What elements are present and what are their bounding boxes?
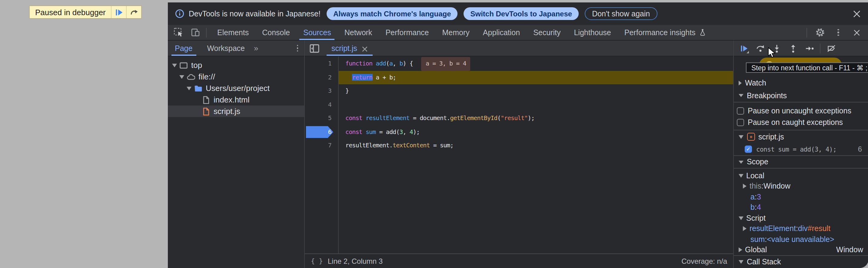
file-js-icon [202, 107, 210, 116]
scope-var-this[interactable]: this: Window [734, 181, 868, 191]
breakpoint-line-number[interactable]: 6 [305, 125, 338, 139]
line-number[interactable]: 7 [305, 139, 338, 152]
tab-network[interactable]: Network [338, 25, 379, 40]
pretty-print-button[interactable]: { } [311, 257, 323, 265]
settings-icon [815, 27, 825, 38]
scope-var-value: <value unavailable> [767, 235, 834, 244]
expand-caret[interactable] [172, 63, 177, 67]
scope-var-resultelement[interactable]: resultElement: div#result [734, 224, 868, 234]
coverage-status: Coverage: n/a [681, 257, 727, 265]
tree-item-index-html[interactable]: index.html [167, 94, 304, 106]
more-tabs-button[interactable]: » [254, 44, 257, 53]
resume-button[interactable] [736, 40, 752, 56]
toggle-navigator-button[interactable] [310, 44, 319, 53]
tree-item-users-user-project[interactable]: Users/user/project [167, 83, 304, 94]
breakpoint-entry[interactable]: ✓const sum = add(3, 4);6 [734, 143, 868, 155]
line-number[interactable]: 3 [305, 84, 338, 98]
chevron-right-icon [743, 227, 746, 231]
editor-tab-script-js[interactable]: script.js [326, 41, 374, 56]
scope-var-sum: sum: <value unavailable> [734, 234, 868, 245]
scope-group-local[interactable]: Local [734, 170, 868, 181]
tab-performance[interactable]: Performance [379, 25, 435, 40]
expand-caret[interactable] [186, 86, 191, 90]
inspect-element-button[interactable] [173, 26, 185, 38]
tree-item-file[interactable]: file:// [167, 71, 304, 83]
tab-lighthouse[interactable]: Lighthouse [567, 25, 617, 40]
tree-item-top[interactable]: top [167, 59, 304, 71]
notification-close-button[interactable] [852, 9, 861, 18]
step-button[interactable] [801, 40, 817, 56]
checkbox[interactable] [737, 119, 744, 126]
section-scope[interactable]: Scope [734, 155, 868, 169]
device-toolbar-icon [190, 27, 200, 38]
editor-pane: script.js 1function add(a, b) {a = 3, b … [305, 41, 733, 268]
tab-memory[interactable]: Memory [436, 25, 476, 40]
deactivate-breakpoints-button[interactable] [823, 40, 839, 56]
breakpoint-group-script-js[interactable]: ‹›script.js [734, 130, 868, 143]
code-token: , [403, 128, 409, 135]
paused-in-debugger-banner: Paused in debugger [29, 5, 142, 19]
scope-group-label: Local [746, 172, 764, 180]
code-line-5: 5const resultElement = document.getEleme… [305, 112, 733, 125]
tab-performance-insights[interactable]: Performance insights [618, 25, 713, 40]
tab-label: Security [533, 28, 560, 37]
step-over-button[interactable] [752, 40, 768, 56]
section-watch[interactable]: Watch [734, 77, 868, 89]
navigator-tab-page[interactable]: Page [167, 41, 200, 56]
scope-group-script[interactable]: Script [734, 213, 868, 224]
tree-item-label: Users/user/project [206, 84, 270, 93]
tree-item-label: file:// [198, 72, 215, 81]
close-tab-button[interactable] [362, 45, 368, 51]
devtools-close-button[interactable] [850, 26, 863, 38]
editor-header: script.js [305, 41, 733, 56]
always-match-chrome-s-language-button[interactable]: Always match Chrome's language [327, 7, 458, 20]
toggle-device-toolbar-button[interactable] [189, 26, 202, 38]
tab-application[interactable]: Application [476, 25, 527, 40]
tab-label: Application [483, 28, 520, 37]
scope-var-name: b [750, 203, 755, 212]
step-out-icon [788, 43, 798, 53]
deactivate-breakpoints-icon [826, 43, 836, 53]
mouse-cursor [768, 47, 776, 58]
scope-var-a: a: 3 [734, 191, 868, 202]
code-token: ) { [403, 60, 413, 67]
section-scope-label: Scope [747, 158, 768, 166]
code-token: sum [366, 128, 376, 135]
navigator-tab-workspace[interactable]: Workspace [200, 41, 252, 56]
navigator-menu-button[interactable] [297, 45, 298, 52]
step-out-button[interactable] [785, 40, 801, 56]
breakpoint-checkbox[interactable]: ✓ [745, 146, 752, 153]
tab-sources[interactable]: Sources [297, 25, 338, 40]
line-number[interactable]: 5 [305, 112, 338, 125]
line-number[interactable]: 2 [305, 71, 338, 84]
checkbox[interactable] [737, 107, 744, 114]
tab-security[interactable]: Security [527, 25, 567, 40]
section-call-stack[interactable]: Call Stack [734, 255, 868, 268]
step-into-tooltip: Step into next function call - F11 - ⌘ ; [746, 62, 868, 73]
expand-caret[interactable] [179, 75, 184, 79]
resume-script-button[interactable] [111, 6, 126, 18]
pause-options: Pause on uncaught exceptionsPause on cau… [734, 102, 868, 130]
chevron-down-icon [738, 135, 743, 139]
scope-var-value: 4 [757, 203, 761, 212]
breakpoint-code: const sum = add(3, 4); [756, 146, 854, 153]
scope-var-name: this [749, 182, 762, 191]
code-token: 3 [399, 128, 403, 135]
more-options-button[interactable] [832, 26, 844, 38]
code-editor[interactable]: 1function add(a, b) {a = 3, b = 42 retur… [305, 56, 733, 254]
call-stack-label: Call Stack [747, 258, 781, 266]
switch-devtools-to-japanese-button[interactable]: Switch DevTools to Japanese [464, 7, 579, 20]
step-over-button[interactable] [126, 6, 142, 18]
don-t-show-again-button[interactable]: Don't show again [585, 7, 657, 20]
tree-item-script-js[interactable]: script.js [167, 106, 304, 117]
step-over-icon [755, 43, 765, 53]
section-breakpoints[interactable]: Breakpoints [734, 89, 868, 102]
chevron-down-icon [738, 94, 743, 97]
tab-elements[interactable]: Elements [211, 25, 255, 40]
scope-group-global[interactable]: GlobalWindow [734, 245, 868, 255]
settings-button[interactable] [814, 26, 826, 38]
tab-console[interactable]: Console [255, 25, 297, 40]
line-number[interactable]: 4 [305, 98, 338, 112]
line-number[interactable]: 1 [305, 57, 338, 71]
chevron-down-icon [738, 216, 743, 220]
